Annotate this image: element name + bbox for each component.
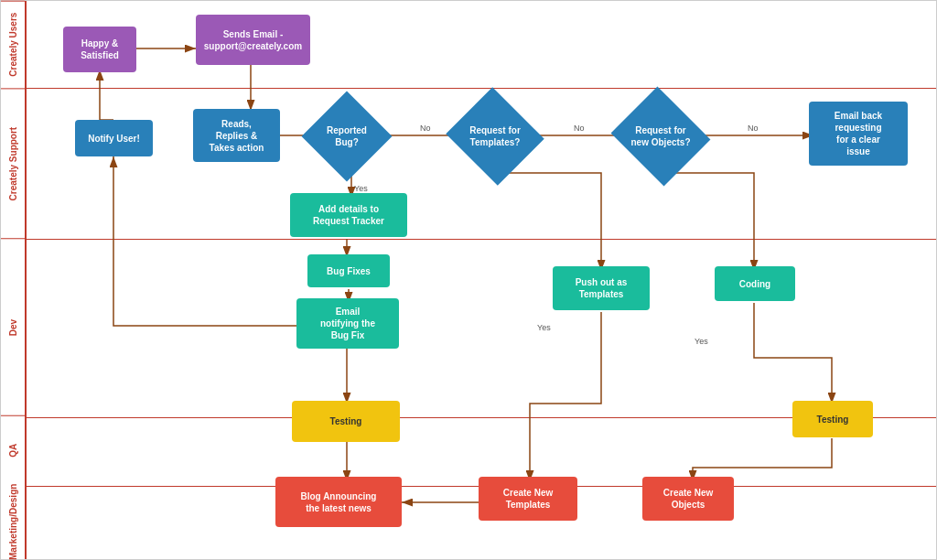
notify-user-node: Notify User!: [75, 120, 153, 156]
blog-announcing-node: Blog Announcingthe latest news: [275, 477, 402, 527]
testing-qa1-node: Testing: [292, 401, 400, 442]
reported-bug-node: ReportedBug?: [310, 100, 383, 173]
arrow-emailbug-to-notifyuser: [113, 156, 301, 326]
request-objects-node: Request fornew Objects?: [619, 100, 702, 173]
create-templates-node: Create NewTemplates: [479, 477, 577, 521]
divider-1: [27, 88, 936, 89]
lane-label-creately-support: Creately Support: [1, 88, 25, 238]
email-bug-fix-node: Emailnotifying theBug Fix: [296, 298, 399, 349]
add-details-node: Add details toRequest Tracker: [290, 193, 407, 237]
label-no-1: No: [420, 124, 431, 133]
label-no-2: No: [574, 124, 585, 133]
divider-2: [27, 239, 936, 240]
arrow-templates-yes-to-push: [501, 173, 601, 271]
arrow-notifyuser-to-happy: [100, 70, 113, 120]
label-yes-2: Yes: [537, 323, 551, 332]
reads-replies-node: Reads,Replies &Takes action: [193, 109, 280, 162]
coding-node: Coding: [715, 266, 795, 301]
diagram-area: No No No Yes Yes Yes: [27, 1, 936, 559]
lane-label-dev: Dev: [1, 238, 25, 415]
push-templates-node: Push out asTemplates: [553, 266, 650, 310]
happy-satisfied-node: Happy &Satisfied: [63, 27, 136, 72]
testing-qa2-node: Testing: [792, 401, 873, 437]
label-yes-3: Yes: [695, 337, 708, 346]
label-no-3: No: [748, 124, 759, 133]
create-objects-node: Create NewObjects: [642, 477, 734, 521]
swim-lanes-labels: Creately Users Creately Support Dev QA M…: [1, 1, 27, 559]
diagram-wrapper: Creately Users Creately Support Dev QA M…: [0, 0, 937, 560]
lane-label-qa: QA: [1, 415, 25, 484]
lane-label-marketing-design: Marketing/Design: [1, 484, 25, 559]
arrow-push-to-createtempl: [530, 312, 601, 481]
lane-label-creately-users: Creately Users: [1, 1, 25, 88]
arrows-svg: No No No Yes Yes Yes: [27, 1, 936, 559]
arrow-objects-yes-to-coding: [665, 173, 754, 271]
arrow-coding-to-testing2: [754, 303, 832, 404]
arrow-testing2-to-createobj: [693, 438, 832, 481]
email-back-node: Email backrequestingfor a clearissue: [809, 102, 908, 166]
label-yes-1: Yes: [354, 184, 368, 193]
bug-fixes-node: Bug Fixes: [307, 254, 390, 287]
request-templates-node: Request forTemplates?: [455, 100, 535, 173]
sends-email-node: Sends Email -support@creately.com: [196, 15, 310, 65]
